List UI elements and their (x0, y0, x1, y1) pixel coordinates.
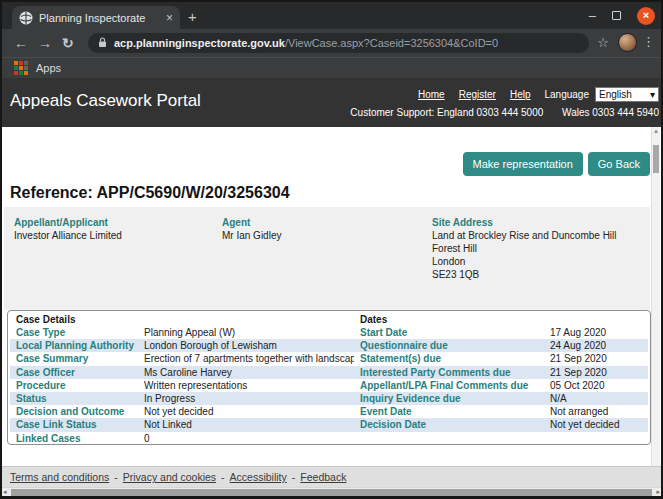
footer-link-feedback[interactable]: Feedback (300, 471, 346, 483)
field-label: Status (10, 392, 144, 405)
scroll-left-icon[interactable]: ◂ (3, 487, 7, 496)
site-header: Appeals Casework Portal Home Register He… (2, 78, 661, 127)
nav-link-help[interactable]: Help (510, 89, 531, 100)
footer-link-accessibility[interactable]: Accessibility (230, 471, 287, 483)
field-value: 17 Aug 2020 (550, 326, 648, 339)
scroll-up-icon[interactable]: ▴ (652, 127, 660, 135)
footer-separator: - (221, 471, 225, 483)
chevron-down-icon: ▾ (650, 89, 655, 100)
field-value: N/A (550, 392, 648, 405)
table-row: Decision and OutcomeNot yet decided (10, 405, 354, 418)
support-wales: Wales 0303 444 5940 (562, 107, 659, 118)
field-value: Not yet decided (144, 405, 354, 418)
field-label: Local Planning Authority (10, 339, 144, 352)
field-value: Planning Appeal (W) (144, 326, 354, 339)
case-details-title: Case Details (10, 313, 354, 326)
language-select[interactable]: English ▾ (595, 87, 659, 102)
forward-icon[interactable]: → (38, 34, 52, 52)
nav-link-home[interactable]: Home (418, 89, 445, 100)
customer-support-text: Customer Support: England 0303 444 5000 … (350, 107, 659, 118)
url-domain: acp.planninginspectorate.gov.uk (114, 37, 285, 49)
window-maximize-button[interactable] (612, 11, 621, 20)
table-row: Appellant/LPA Final Comments due05 Oct 2… (354, 379, 648, 392)
lock-icon (98, 34, 107, 52)
header-nav: Home Register Help Language English ▾ (418, 87, 659, 102)
case-reference-heading: Reference: APP/C5690/W/20/3256304 (10, 184, 290, 202)
horizontal-scrollbar-thumb[interactable] (11, 489, 652, 496)
table-row: ProcedureWritten representations (10, 379, 354, 392)
vertical-scrollbar-thumb[interactable] (653, 145, 659, 173)
new-tab-button[interactable]: + (188, 6, 197, 28)
site-address-line: Forest Hill (432, 242, 617, 255)
field-label: Start Date (354, 326, 550, 339)
window-controls: – × (589, 2, 655, 29)
case-details-panel: Case Details Case TypePlanning Appeal (W… (7, 310, 651, 445)
menu-kebab-icon[interactable]: ⋮ (642, 34, 655, 49)
field-value: London Borough of Lewisham (144, 339, 354, 352)
table-row: Statement(s) due21 Sep 2020 (354, 352, 648, 365)
profile-avatar[interactable] (618, 33, 637, 52)
site-address-block: Site Address Land at Brockley Rise and D… (432, 216, 617, 281)
bookmark-star-icon[interactable]: ☆ (597, 35, 609, 50)
field-label: Inquiry Evidence due (354, 392, 550, 405)
field-label: Event Date (354, 405, 550, 418)
support-england: Customer Support: England 0303 444 5000 (350, 107, 543, 118)
table-row: Case OfficerMs Caroline Harvey (10, 366, 354, 379)
field-value: Not yet decided (550, 418, 648, 431)
case-details-table: Case Details Case TypePlanning Appeal (W… (10, 313, 354, 442)
site-address-line: SE23 1QB (432, 268, 617, 281)
agent-block: Agent Mr Ian Gidley (222, 216, 281, 242)
language-label: Language (545, 89, 590, 100)
tab-title: Planning Inspectorate (39, 12, 160, 24)
apps-grid-icon[interactable] (14, 61, 28, 75)
table-row: Case Link StatusNot Linked (10, 418, 354, 431)
field-value: Not Linked (144, 418, 354, 431)
site-address-line: London (432, 255, 617, 268)
browser-window: Planning Inspectorate × + – × ← → ↻ acp.… (0, 0, 663, 499)
browser-tab[interactable]: Planning Inspectorate × (12, 6, 180, 29)
appellant-value: Investor Alliance Limited (14, 230, 122, 241)
page-title: Appeals Casework Portal (10, 91, 201, 111)
reload-icon[interactable]: ↻ (62, 34, 74, 52)
window-close-button[interactable]: × (637, 7, 655, 25)
field-value: 05 Oct 2020 (550, 379, 648, 392)
site-address-line: Land at Brockley Rise and Duncombe Hill (432, 229, 617, 242)
page-content: Make representation Go Back Reference: A… (2, 127, 661, 466)
field-label: Appellant/LPA Final Comments due (354, 379, 550, 392)
field-value: 24 Aug 2020 (550, 339, 648, 352)
go-back-button[interactable]: Go Back (588, 152, 650, 176)
table-row: Interested Party Comments due21 Sep 2020 (354, 366, 648, 379)
make-representation-button[interactable]: Make representation (463, 152, 583, 176)
field-value: In Progress (144, 392, 354, 405)
favicon-globe-icon (19, 11, 33, 25)
field-label: Case Link Status (10, 418, 144, 431)
agent-label: Agent (222, 216, 281, 229)
field-label: Case Type (10, 326, 144, 339)
table-row: Case TypePlanning Appeal (W) (10, 326, 354, 339)
window-minimize-button[interactable]: – (589, 11, 596, 21)
tab-close-icon[interactable]: × (166, 11, 173, 25)
appellant-label: Appellant/Applicant (14, 216, 122, 229)
table-row: StatusIn Progress (10, 392, 354, 405)
footer-separator: - (292, 471, 296, 483)
scroll-right-icon[interactable]: ▸ (656, 487, 660, 496)
footer-link-privacy[interactable]: Privacy and cookies (123, 471, 216, 483)
nav-link-register[interactable]: Register (459, 89, 496, 100)
table-row: Questionnaire due24 Aug 2020 (354, 339, 648, 352)
parties-section: Appellant/Applicant Investor Alliance Li… (4, 207, 650, 310)
table-row: Decision DateNot yet decided (354, 418, 648, 431)
footer-link-terms[interactable]: Terms and conditions (10, 471, 109, 483)
appellant-block: Appellant/Applicant Investor Alliance Li… (14, 216, 122, 242)
site-address-label: Site Address (432, 216, 617, 229)
horizontal-scrollbar[interactable]: ◂ ▸ (2, 487, 661, 496)
field-value: 21 Sep 2020 (550, 352, 648, 365)
vertical-scrollbar[interactable]: ▴ (651, 127, 660, 487)
back-icon[interactable]: ← (14, 34, 28, 52)
field-value: Erection of 7 apartments together with l… (144, 352, 354, 365)
field-label: Procedure (10, 379, 144, 392)
field-value: Ms Caroline Harvey (144, 366, 354, 379)
apps-label[interactable]: Apps (36, 62, 61, 74)
field-value: Not arranged (550, 405, 648, 418)
url-bar[interactable]: acp.planninginspectorate.gov.uk/ViewCase… (88, 33, 589, 53)
table-row: Inquiry Evidence dueN/A (354, 392, 648, 405)
